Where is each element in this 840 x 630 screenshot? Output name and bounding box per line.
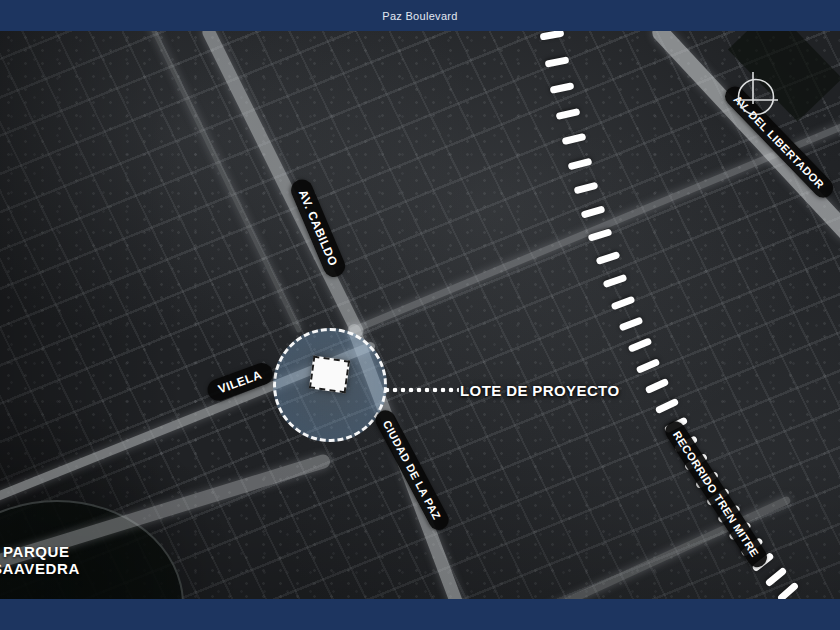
railway-tie [603,273,628,287]
railway-tie [595,251,620,265]
railway-tie [550,82,575,94]
railway-tie [619,317,644,332]
railway-tie [568,157,593,170]
leader-dotted-line [383,387,459,393]
railway-tie [645,378,670,394]
railway-tie [581,205,606,218]
bottom-frame-bar [0,599,840,630]
boulevard-title: Paz Boulevard [382,10,457,22]
railway-tie [588,228,613,242]
railway-tie [636,358,661,374]
railway-tren-mitre [0,31,840,599]
park-label-line1: PARQUE [3,543,80,560]
site-lot-square [309,356,350,394]
railway-tie [555,108,580,120]
railway-tie [611,295,636,310]
park-label-line2: SAAVEDRA [0,560,80,577]
railway-tie [574,181,599,194]
slide-frame: LOTE DE PROYECTO AV. CABILDO VILELA CIUD… [0,0,840,630]
railway-tie [561,133,586,145]
aerial-map: LOTE DE PROYECTO AV. CABILDO VILELA CIUD… [0,31,840,599]
railway-tie [627,338,652,354]
site-label: LOTE DE PROYECTO [460,382,619,399]
railway-tie [654,397,679,414]
compass-icon [728,69,784,125]
top-frame-bar: Paz Boulevard [0,0,840,31]
railway-tie [764,567,787,588]
railway-tie [777,581,800,599]
railway-tie [545,56,570,67]
railway-tie [540,31,565,41]
park-label: PARQUE SAAVEDRA [0,543,80,577]
